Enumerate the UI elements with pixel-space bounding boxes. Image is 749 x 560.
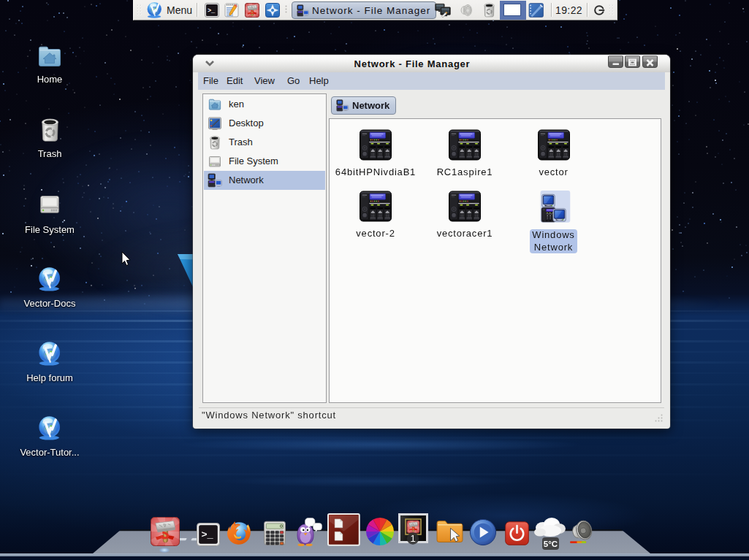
svg-text:>_: >_ [208, 7, 216, 15]
svg-text:1: 1 [410, 533, 415, 544]
svg-text:>_: >_ [201, 529, 213, 540]
